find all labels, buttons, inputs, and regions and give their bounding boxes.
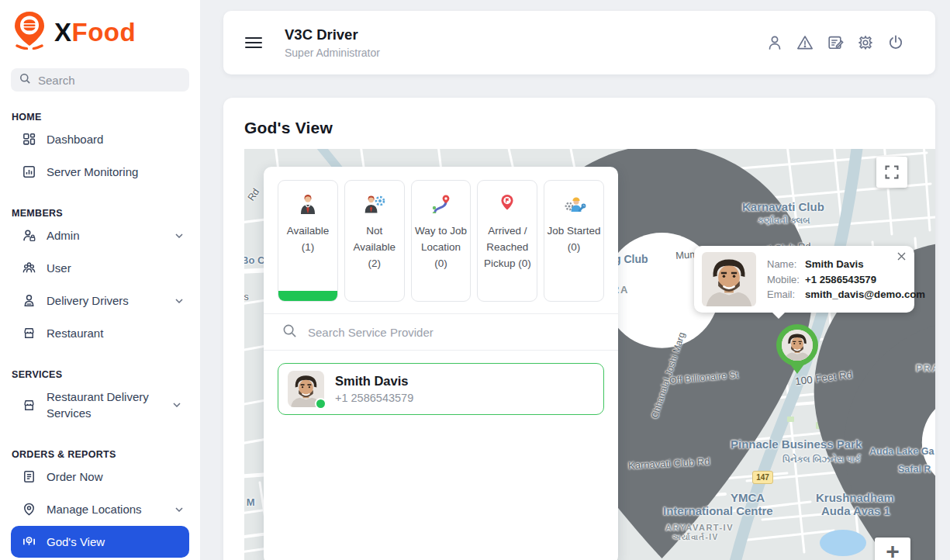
popup-mobile-label: Mobile: [767, 274, 800, 285]
sidebar-item-user[interactable]: User [11, 252, 189, 284]
section-heading-orders-reports: ORDERS & REPORTS [12, 449, 188, 460]
chart-icon [22, 164, 36, 179]
status-card-count: (0) [518, 258, 531, 269]
sidebar-item-label: Restaurant Delivery Services [47, 389, 163, 421]
sidebar-search [11, 68, 189, 92]
brand-pin-icon [12, 11, 47, 53]
status-card-label: Available [287, 225, 330, 237]
driver-marker-photo [782, 330, 813, 361]
map-label: Karnavati Club [742, 200, 824, 213]
logout-power-icon[interactable] [887, 34, 904, 51]
top-header: V3C Driver Super Administrator [223, 11, 935, 74]
driver-avatar [288, 371, 324, 407]
order-icon [22, 469, 36, 484]
sidebar-search-input[interactable] [38, 74, 181, 87]
driver-map-marker[interactable] [776, 324, 818, 366]
popup-email-value: smith_davis@demo.com [805, 289, 925, 300]
map-label: g Club [614, 253, 648, 265]
status-card-available[interactable]: Available (1) [278, 180, 338, 302]
online-status-dot [315, 398, 326, 410]
dashboard-icon [22, 132, 36, 147]
store-icon [22, 326, 36, 340]
driver-list-item[interactable]: Smith Davis +1 2586543579 [278, 363, 604, 415]
popup-driver-photo [702, 252, 756, 306]
status-card-count: (0) [568, 241, 581, 253]
sidebar-item-label: Server Monitoring [47, 164, 183, 180]
section-heading-members: MEMBERS [12, 208, 188, 219]
status-card-label: Way to Job Location [415, 225, 467, 253]
arrived-pickup-icon [478, 190, 537, 218]
sidebar-item-gods-view[interactable]: God's View [11, 526, 189, 558]
sidebar-item-label: God's View [47, 534, 183, 550]
brand-logo[interactable]: XFood [11, 12, 189, 51]
map-label: પિનેકલ બિઝનેસ પાર્ક [782, 455, 861, 465]
chevron-down-icon [175, 299, 183, 303]
status-card-not-available[interactable]: Not Available (2) [344, 180, 405, 302]
map-label: PRA [916, 363, 935, 374]
popup-name-label: Name: [767, 258, 800, 270]
alert-icon[interactable] [796, 34, 814, 51]
sidebar-item-label: Restaurant [47, 325, 183, 341]
sidebar-item-label: Delivery Drivers [47, 292, 165, 309]
map-label: કર્ણાવતી ક્લબ [758, 216, 810, 226]
section-heading-home: HOME [12, 112, 188, 123]
sidebar-item-dashboard[interactable]: Dashboard [11, 123, 189, 155]
sidebar-item-restaurant[interactable]: Restaurant [11, 317, 189, 349]
close-icon[interactable] [897, 252, 906, 261]
map-label: ARYAVART-IV [665, 523, 734, 532]
job-started-icon [544, 190, 603, 218]
fullscreen-button[interactable] [876, 157, 907, 188]
sidebar-item-label: Dashboard [47, 131, 183, 147]
status-card-job-started[interactable]: Job Started (0) [544, 180, 604, 302]
status-card-way-to-job[interactable]: Way to Job Location (0) [411, 180, 472, 302]
chevron-down-icon [173, 403, 181, 407]
popup-email-label: Email: [767, 289, 800, 300]
sidebar-item-label: Admin [47, 227, 165, 244]
driver-icon [22, 293, 36, 308]
sidebar-item-delivery-drivers[interactable]: Delivery Drivers [11, 285, 189, 316]
not-available-driver-icon [345, 190, 404, 218]
sidebar-item-order-now[interactable]: Order Now [11, 461, 189, 493]
header-title: V3C Driver [285, 26, 380, 43]
map-label: ils [244, 292, 249, 302]
provider-search-input[interactable] [308, 326, 599, 339]
map-canvas[interactable]: Karnavati Club કર્ણાવતી ક્લબ Mumatpura K… [244, 149, 935, 560]
status-card-count: (1) [302, 241, 315, 253]
drivers-status-panel: Available (1) Not Available (2) Way to J… [264, 167, 618, 560]
sidebar-item-label: User [47, 260, 183, 276]
sidebar-item-restaurant-delivery-services[interactable]: Restaurant Delivery Services [11, 381, 189, 429]
users-icon [22, 261, 36, 275]
profile-icon[interactable] [766, 34, 783, 51]
sidebar-item-server-monitoring[interactable]: Server Monitoring [11, 156, 189, 188]
settings-gear-icon[interactable] [857, 34, 874, 51]
page-title: God's View [244, 119, 935, 137]
popup-name-value: Smith Davis [805, 258, 864, 270]
status-card-count: (2) [368, 258, 381, 269]
map-label: Krushnadham [816, 491, 894, 504]
chevron-down-icon [175, 507, 183, 512]
header-title-block: V3C Driver Super Administrator [285, 26, 380, 59]
location-pin-icon [22, 502, 36, 517]
map-label: Auda Lake Ga [869, 446, 934, 457]
sidebar-item-admin[interactable]: Admin [11, 220, 189, 251]
brand-name: XFood [54, 19, 136, 45]
sidebar-item-manage-locations[interactable]: Manage Locations [11, 493, 189, 525]
chevron-down-icon [175, 233, 183, 238]
search-icon [19, 73, 31, 88]
plus-icon: + [886, 540, 900, 560]
sidebar: XFood HOME Dashboard Server Monitoring M… [0, 0, 200, 560]
gods-view-icon [22, 534, 36, 549]
status-cards-row: Available (1) Not Available (2) Way to J… [264, 167, 618, 313]
status-card-arrived-pickup[interactable]: Arrived / Reached Pickup (0) [477, 180, 537, 302]
admin-lock-icon [22, 228, 36, 243]
map-label: Pinnacle Business Park [731, 437, 862, 451]
sidebar-item-label: Order Now [47, 468, 183, 485]
sidebar-item-label: Manage Locations [47, 501, 165, 517]
report-edit-icon[interactable] [827, 34, 844, 51]
zoom-in-button[interactable]: + [875, 538, 910, 560]
status-card-label: Job Started [548, 225, 601, 237]
map-label: 2 M [244, 496, 255, 508]
menu-toggle-icon[interactable] [245, 34, 262, 51]
map-label: YMCA [731, 491, 765, 504]
popup-mobile-value: +1 2586543579 [805, 274, 876, 285]
